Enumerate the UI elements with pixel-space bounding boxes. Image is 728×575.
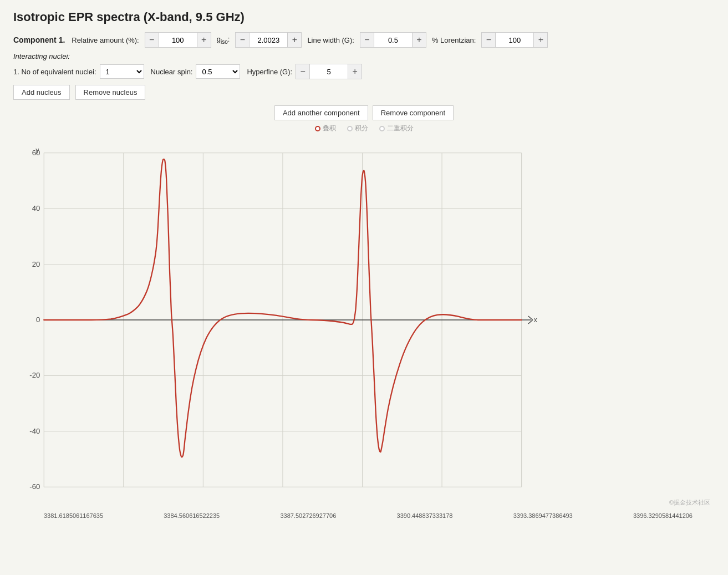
x-label-6: 3396.3290581441206 <box>633 512 693 519</box>
giso-input[interactable] <box>249 33 288 47</box>
component-btns-row: Add another component Remove component <box>13 105 715 120</box>
x-axis-labels: 3381.6185061167635 3384.560616522235 338… <box>13 512 715 519</box>
nuclear-spin-label: Nuclear spin: <box>151 68 193 76</box>
legend-label-2: 积分 <box>355 124 368 133</box>
nuclear-spin-group: Nuclear spin: 0.5 1 1.5 <box>151 64 241 79</box>
x-label-4: 3390.448837333178 <box>397 512 453 519</box>
legend-dot-red <box>315 126 320 131</box>
svg-text:-60: -60 <box>29 482 40 491</box>
relative-amount-increment[interactable]: + <box>197 33 211 47</box>
epr-chart: 60 40 20 0 -20 -40 -60 y x <box>13 134 715 511</box>
legend-item-3: 二重积分 <box>379 124 414 133</box>
legend-dot-gray-2 <box>379 126 385 131</box>
add-component-button[interactable]: Add another component <box>274 105 368 120</box>
svg-text:0: 0 <box>36 316 40 324</box>
legend-item-1: 叠积 <box>315 124 336 133</box>
giso-increment[interactable]: + <box>288 33 301 47</box>
giso-label: giso: <box>217 35 230 45</box>
nucleus-action-row: Add nucleus Remove nucleus <box>13 85 715 100</box>
svg-text:40: 40 <box>32 204 40 212</box>
lorentzian-increment[interactable]: + <box>534 33 547 47</box>
hyperfine-input[interactable] <box>309 64 348 79</box>
x-label-3: 3387.502726927706 <box>280 512 336 519</box>
svg-text:-20: -20 <box>29 371 40 379</box>
remove-component-button[interactable]: Remove component <box>373 105 454 120</box>
linewidth-increment[interactable]: + <box>413 33 426 47</box>
interacting-nuclei-label: Interacting nuclei: <box>13 52 715 60</box>
relative-amount-stepper: − + <box>145 32 211 48</box>
lorentzian-label: % Lorentzian: <box>432 36 476 44</box>
giso-stepper: − + <box>235 32 302 48</box>
linewidth-label: Line width (G): <box>307 36 354 44</box>
svg-text:y: y <box>35 146 39 154</box>
legend-label-1: 叠积 <box>323 124 336 133</box>
no-equiv-nuclei-group: 1. No of equivalent nuclei: 1 2 3 <box>13 64 144 79</box>
no-equiv-select[interactable]: 1 2 3 <box>100 64 144 79</box>
hyperfine-stepper: − + <box>296 64 362 79</box>
chart-container: 60 40 20 0 -20 -40 -60 y x <box>13 134 715 511</box>
svg-text:x: x <box>534 316 537 324</box>
relative-amount-label: Relative amount (%): <box>72 36 139 44</box>
remove-nucleus-button[interactable]: Remove nucleus <box>75 85 146 100</box>
page-title: Isotropic EPR spectra (X-band, 9.5 GHz) <box>13 10 715 24</box>
legend-item-2: 积分 <box>347 124 368 133</box>
chart-legend: 叠积 积分 二重积分 <box>13 124 715 133</box>
lorentzian-input[interactable] <box>495 33 534 47</box>
hyperfine-label: Hyperfine (G): <box>247 68 292 76</box>
watermark: ©掘金技术社区 <box>669 498 710 507</box>
hyperfine-decrement[interactable]: − <box>296 64 309 79</box>
component-label: Component 1. <box>13 35 65 44</box>
nuclear-spin-select[interactable]: 0.5 1 1.5 <box>196 64 240 79</box>
no-equiv-label: 1. No of equivalent nuclei: <box>13 68 96 76</box>
lorentzian-decrement[interactable]: − <box>482 33 495 47</box>
svg-text:-40: -40 <box>29 427 40 435</box>
linewidth-stepper: − + <box>360 32 426 48</box>
add-nucleus-button[interactable]: Add nucleus <box>13 85 70 100</box>
relative-amount-decrement[interactable]: − <box>145 33 159 47</box>
svg-rect-27 <box>13 145 715 501</box>
hyperfine-increment[interactable]: + <box>348 64 362 79</box>
linewidth-decrement[interactable]: − <box>360 33 374 47</box>
legend-label-3: 二重积分 <box>387 124 414 133</box>
legend-dot-gray-1 <box>347 126 353 131</box>
svg-text:20: 20 <box>32 260 40 268</box>
x-label-1: 3381.6185061167635 <box>44 512 103 519</box>
lorentzian-stepper: − + <box>481 32 548 48</box>
component1-controls: Component 1. Relative amount (%): − + gi… <box>13 32 715 48</box>
hyperfine-group: Hyperfine (G): − + <box>247 64 362 79</box>
x-label-2: 3384.560616522235 <box>164 512 220 519</box>
nuclei-row: 1. No of equivalent nuclei: 1 2 3 Nuclea… <box>13 64 715 79</box>
x-label-5: 3393.3869477386493 <box>513 512 573 519</box>
giso-decrement[interactable]: − <box>236 33 249 47</box>
relative-amount-input[interactable] <box>159 33 197 47</box>
linewidth-input[interactable] <box>374 33 413 47</box>
